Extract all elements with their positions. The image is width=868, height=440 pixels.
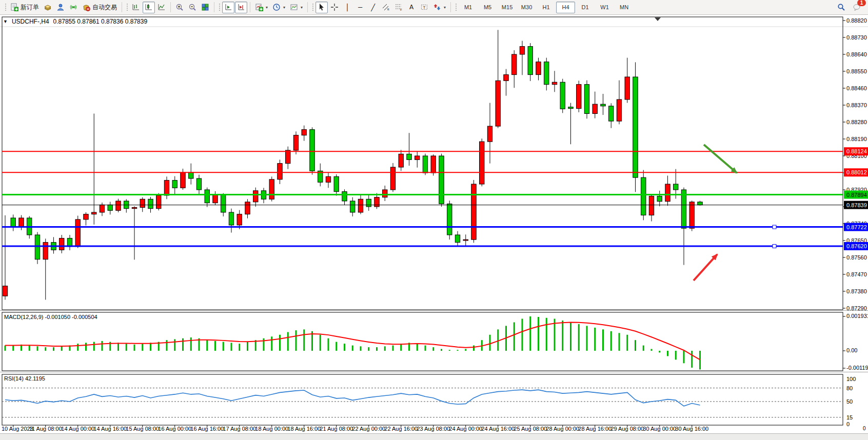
timeframe-M15[interactable]: M15 (498, 2, 517, 13)
tile-windows-button[interactable] (199, 2, 211, 13)
price-tick-label: 0.88460 (846, 85, 867, 91)
line-chart-button[interactable] (155, 2, 168, 13)
signals-button[interactable] (67, 2, 80, 13)
text-label-button[interactable]: T (418, 2, 430, 13)
templates-icon (290, 3, 298, 11)
candle-body (568, 107, 573, 109)
hline-price-label: 0.87620 (846, 243, 867, 249)
bar-chart-button[interactable] (130, 2, 142, 13)
candlestick-chart-button[interactable] (143, 2, 155, 13)
toolbar-drag-handle[interactable] (126, 3, 128, 12)
timeframe-M30[interactable]: M30 (517, 2, 536, 13)
time-tick-label: 16 Aug 00:00 (158, 426, 191, 432)
text-button[interactable]: A (405, 2, 418, 13)
toolbar-drag-handle[interactable] (455, 3, 457, 12)
timeframe-MN[interactable]: MN (615, 2, 634, 13)
candle-body (181, 172, 185, 188)
templates-button[interactable]: ▾ (288, 2, 305, 13)
rsi-axis-label: 0 (846, 421, 850, 427)
fibonacci-icon: F (394, 3, 403, 11)
search-button[interactable] (835, 2, 847, 13)
horizontal-line-button[interactable]: ─ (354, 2, 366, 13)
candle-body (657, 196, 662, 201)
channel-button[interactable]: E (380, 2, 392, 13)
arrows-shapes-button[interactable]: ▾ (431, 2, 448, 13)
candle-body (108, 205, 112, 210)
crosshair-button[interactable] (328, 2, 341, 13)
text-icon: A (409, 4, 413, 10)
auto-scroll-button[interactable] (222, 2, 234, 13)
candlestick-chart-icon (145, 3, 153, 11)
macd-label: MACD(12,26,9) -0.001050 -0.000504 (4, 314, 97, 320)
candle-body (374, 197, 379, 207)
hline-0.87620: 0.87620 (2, 242, 868, 250)
price-tick-label: 0.88280 (846, 119, 867, 125)
dropdown-caret: ▾ (301, 5, 303, 10)
market-watch-button[interactable] (42, 2, 54, 13)
notification-badge: 1 (857, 0, 866, 6)
one-click-trading-arrow[interactable]: ▼ (3, 19, 8, 24)
channel-icon: E (382, 3, 390, 11)
fibonacci-button[interactable]: F (392, 2, 405, 13)
autotrading-icon (82, 3, 90, 11)
candle-body (471, 184, 476, 239)
trendline-icon: ╱ (371, 4, 375, 11)
chart-shift-marker (655, 17, 661, 21)
candle-body (698, 202, 702, 205)
vertical-line-button[interactable]: │ (341, 2, 353, 13)
zoom-in-button[interactable] (173, 2, 186, 13)
price-tick-label: 0.88190 (846, 136, 867, 142)
arrows-shapes-icon (433, 3, 441, 11)
timeframe-H4[interactable]: H4 (556, 2, 575, 13)
autotrading-label: 自动交易 (92, 3, 117, 12)
candle-body (415, 156, 420, 159)
candle-body (520, 47, 524, 54)
candle-body (439, 156, 444, 204)
indicators-button[interactable]: ▾ (253, 2, 270, 13)
price-chart-canvas[interactable]: 0.888200.887300.886400.885500.884600.883… (0, 15, 868, 433)
new-order-button[interactable]: 新订单 (8, 2, 41, 13)
periods-button[interactable]: ▾ (270, 2, 287, 13)
candle-body (431, 156, 436, 173)
candle-body (674, 184, 678, 190)
cursor-button[interactable] (315, 2, 328, 13)
candle-body (326, 176, 330, 182)
cursor-icon (318, 3, 326, 11)
indicators-icon (255, 3, 263, 11)
horizontal-line-icon: ─ (358, 4, 362, 11)
candle-body (334, 176, 339, 191)
candle-body (245, 202, 250, 214)
timeframe-M5[interactable]: M5 (478, 2, 497, 13)
community-button[interactable] (54, 2, 67, 13)
price-tick-label: 0.87290 (846, 305, 867, 311)
candle-body (390, 167, 395, 190)
chart-shift-button[interactable] (235, 2, 247, 13)
toolbar-drag-handle[interactable] (4, 3, 7, 12)
line-chart-icon (157, 3, 166, 11)
candle-body (19, 218, 24, 227)
time-tick-label: 11 Aug 08:00 (29, 426, 62, 432)
candle-body (480, 142, 484, 184)
time-axis: 10 Aug 202311 Aug 08:0014 Aug 00:0014 Au… (2, 425, 708, 432)
candle-body (625, 77, 629, 99)
candle-body (148, 199, 153, 208)
candle-body (552, 82, 557, 84)
candle-body (229, 212, 233, 225)
zoom-out-button[interactable] (186, 2, 199, 13)
candle-body (172, 181, 177, 188)
trendline-button[interactable]: ╱ (367, 2, 379, 13)
timeframe-D1[interactable]: D1 (576, 2, 595, 13)
crosshair-icon (330, 3, 339, 11)
timeframe-M1[interactable]: M1 (459, 2, 478, 13)
toolbar-drag-handle[interactable] (311, 3, 314, 12)
hline-price-label: 0.87722 (846, 224, 867, 230)
timeframe-W1[interactable]: W1 (595, 2, 614, 13)
timeframe-H1[interactable]: H1 (537, 2, 556, 13)
candle-body (75, 219, 80, 247)
notifications-button[interactable]: 1 (851, 2, 863, 13)
macd-axis-label: 0.00 (846, 347, 857, 353)
toolbar-drag-handle[interactable] (218, 3, 221, 12)
macd-axis-label: -0.001192 (846, 365, 868, 371)
chart-area[interactable]: 0.888200.887300.886400.885500.884600.883… (0, 15, 868, 433)
autotrading-button[interactable]: 自动交易 (80, 2, 119, 13)
